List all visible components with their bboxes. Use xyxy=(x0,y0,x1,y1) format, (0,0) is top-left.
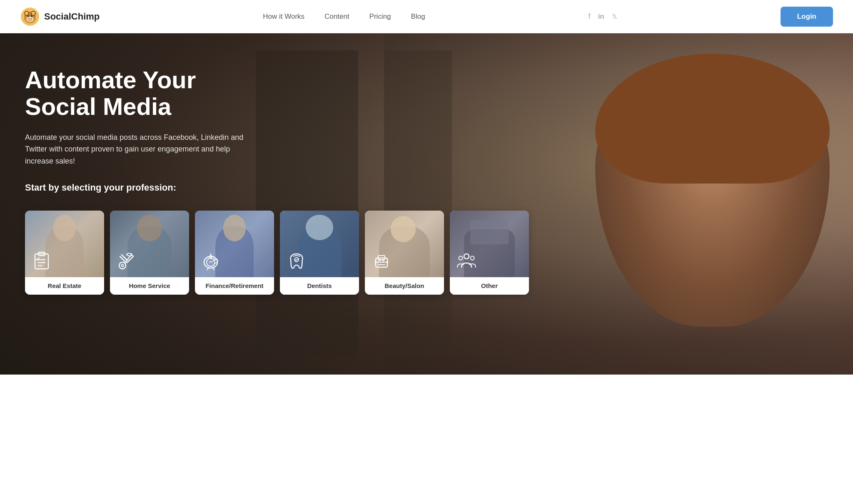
hero-section: Automate Your Social Media Automate your… xyxy=(0,33,853,375)
tooth-icon xyxy=(286,251,307,272)
twitter-icon[interactable]: 𝕏 xyxy=(612,12,617,20)
card-label-area-real-estate: Real Estate xyxy=(25,277,104,295)
svg-point-38 xyxy=(471,256,474,260)
svg-point-10 xyxy=(32,15,32,16)
card-label-area-beauty: Beauty/Salon xyxy=(365,277,444,295)
card-image-other xyxy=(450,211,529,277)
card-label-finance: Finance/Retirement xyxy=(205,282,263,289)
svg-point-4 xyxy=(25,12,28,15)
svg-point-9 xyxy=(28,15,29,16)
main-nav: How it Works Content Pricing Blog xyxy=(263,12,425,21)
piggy-bank-icon xyxy=(201,251,222,272)
svg-line-25 xyxy=(213,268,214,270)
svg-point-37 xyxy=(459,256,463,260)
profession-card-finance-retirement[interactable]: Finance/Retirement xyxy=(195,211,274,295)
svg-point-8 xyxy=(31,15,33,17)
hero-woman-image xyxy=(384,33,853,375)
svg-point-6 xyxy=(26,16,34,22)
login-button[interactable]: Login xyxy=(781,7,833,27)
hero-title: Automate Your Social Media xyxy=(25,67,258,120)
salon-icon xyxy=(371,251,392,272)
monkey-logo-icon xyxy=(20,7,40,27)
card-label-area-dentists: Dentists xyxy=(280,277,359,295)
card-image-finance xyxy=(195,211,274,277)
nav-blog[interactable]: Blog xyxy=(411,12,425,21)
svg-point-19 xyxy=(122,264,124,266)
social-icons-group: f in 𝕏 xyxy=(589,12,617,21)
svg-point-18 xyxy=(119,262,126,269)
profession-card-real-estate[interactable]: Real Estate xyxy=(25,211,104,295)
card-label-area-other: Other xyxy=(450,277,529,295)
profession-card-home-service[interactable]: Home Service xyxy=(110,211,189,295)
nav-content[interactable]: Content xyxy=(324,12,349,21)
svg-point-36 xyxy=(464,254,469,259)
svg-point-26 xyxy=(213,260,214,261)
nav-how-it-works[interactable]: How it Works xyxy=(263,12,304,21)
card-label-area-finance: Finance/Retirement xyxy=(195,277,274,295)
linkedin-icon[interactable]: in xyxy=(598,12,604,21)
svg-rect-13 xyxy=(35,254,48,269)
card-label-beauty: Beauty/Salon xyxy=(384,282,424,289)
logo[interactable]: SocialChimp xyxy=(20,7,100,27)
svg-point-11 xyxy=(28,18,30,19)
logo-text: SocialChimp xyxy=(44,11,100,22)
hero-text-content: Automate Your Social Media Automate your… xyxy=(0,33,283,206)
svg-line-24 xyxy=(207,268,208,270)
site-header: SocialChimp How it Works Content Pricing… xyxy=(0,0,853,33)
hero-cta-label: Start by selecting your profession: xyxy=(25,182,258,193)
svg-point-12 xyxy=(30,18,32,19)
profession-card-other[interactable]: Other xyxy=(450,211,529,295)
card-image-home-service xyxy=(110,211,189,277)
card-label-other: Other xyxy=(481,282,498,289)
profession-cards-container: Real Estate Home Service xyxy=(0,211,853,320)
card-label-dentists: Dentists xyxy=(307,282,332,289)
svg-point-5 xyxy=(32,12,35,15)
clipboard-icon xyxy=(31,251,52,272)
svg-point-23 xyxy=(207,258,215,266)
card-image-real-estate xyxy=(25,211,104,277)
card-image-dentists xyxy=(280,211,359,277)
card-label-home-service: Home Service xyxy=(129,282,170,289)
card-image-beauty xyxy=(365,211,444,277)
card-label-area-home-service: Home Service xyxy=(110,277,189,295)
card-label-real-estate: Real Estate xyxy=(48,282,82,289)
profession-card-dentists[interactable]: Dentists xyxy=(280,211,359,295)
profession-card-beauty-salon[interactable]: Beauty/Salon xyxy=(365,211,444,295)
wrench-icon xyxy=(116,251,137,272)
facebook-icon[interactable]: f xyxy=(589,12,591,21)
people-icon xyxy=(456,251,477,272)
nav-pricing[interactable]: Pricing xyxy=(369,12,391,21)
hero-subtitle: Automate your social media posts across … xyxy=(25,132,258,167)
svg-point-7 xyxy=(27,15,30,17)
